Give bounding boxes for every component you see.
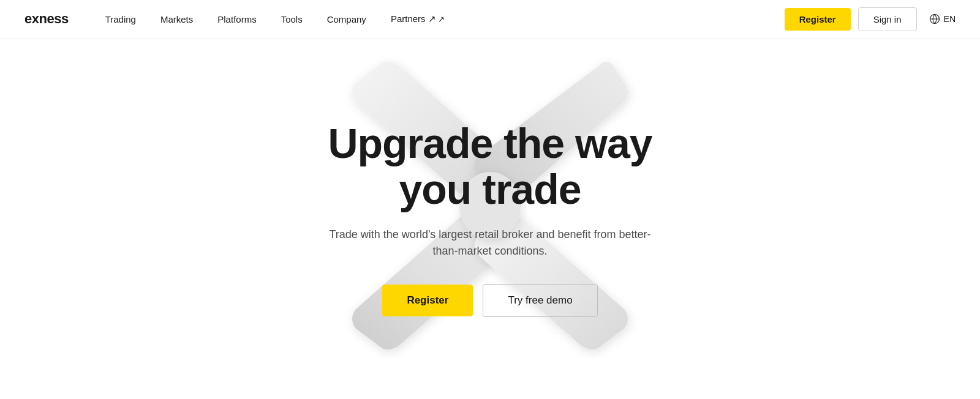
nav-item-platforms[interactable]: Platforms <box>217 14 256 24</box>
nav-item-partners[interactable]: Partners ↗ <box>391 13 445 24</box>
hero-section: Upgrade the way you trade Trade with the… <box>0 0 980 399</box>
register-button-hero[interactable]: Register <box>382 285 473 316</box>
navbar: exness Trading Markets Platforms Tools C… <box>0 0 980 39</box>
register-button-nav[interactable]: Register <box>785 8 851 31</box>
hero-subtitle: Trade with the world's largest retail br… <box>325 226 655 259</box>
language-label: EN <box>944 14 956 24</box>
language-selector[interactable]: EN <box>929 13 956 24</box>
globe-icon <box>929 13 940 24</box>
signin-button[interactable]: Sign in <box>858 7 917 31</box>
hero-buttons: Register Try free demo <box>325 284 655 317</box>
nav-links: Trading Markets Platforms Tools Company … <box>105 13 785 24</box>
nav-item-company[interactable]: Company <box>327 14 366 24</box>
brand-logo[interactable]: exness <box>24 11 69 27</box>
try-free-demo-button[interactable]: Try free demo <box>483 284 597 317</box>
nav-item-tools[interactable]: Tools <box>281 14 303 24</box>
hero-content: Upgrade the way you trade Trade with the… <box>325 121 655 318</box>
nav-actions: Register Sign in EN <box>785 7 956 31</box>
nav-item-trading[interactable]: Trading <box>105 14 136 24</box>
nav-item-markets[interactable]: Markets <box>160 14 193 24</box>
hero-title: Upgrade the way you trade <box>325 121 655 212</box>
